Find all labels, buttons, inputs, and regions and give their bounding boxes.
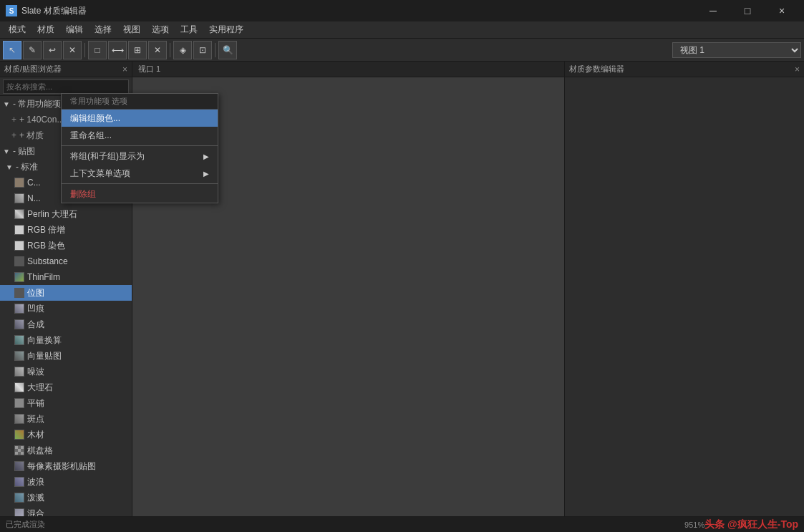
toolbar-frame-btn[interactable]: ⊡ — [193, 41, 212, 59]
status-bar: 已完成渲染 951% 头条 @疯狂人生-Top — [0, 516, 804, 532]
zoom-indicator: 951% — [684, 521, 704, 529]
swatch-rgb-add — [14, 225, 24, 235]
item-wood-label: 木材 — [27, 429, 44, 441]
group-common-label: - 常用功能项 — [13, 98, 61, 110]
ctx-header: 常用功能项 选项 — [62, 94, 218, 110]
menu-options[interactable]: 选项 — [146, 21, 175, 39]
toolbar-search-btn[interactable]: 🔍 — [218, 41, 237, 59]
item-bump[interactable]: 凹痕 — [0, 301, 132, 316]
item-rgb-tint[interactable]: RGB 染色 — [0, 238, 132, 253]
swatch-bitmap — [14, 288, 24, 298]
ctx-item-edit-color[interactable]: 编辑组颜色... — [62, 110, 218, 127]
item-thinfilm[interactable]: ThinFilm — [0, 269, 132, 285]
item-vector-conv-label: 向量换算 — [27, 334, 62, 347]
toolbar-node-btn[interactable]: ◈ — [173, 41, 192, 59]
subgroup-standard: ▼ - 标准 C... N... — [0, 159, 132, 516]
icon-substance — [14, 256, 24, 266]
title-text: Slate 材质编辑器 — [21, 5, 697, 17]
left-panel-title: 材质/贴图浏览器 — [4, 64, 62, 74]
search-input[interactable] — [3, 79, 129, 94]
item-substance-label: Substance — [27, 256, 68, 266]
item-bitmap[interactable]: 位图 — [0, 285, 132, 301]
item-splash[interactable]: 泼溅 — [0, 490, 132, 506]
action-material-label: + 材质 — [19, 130, 44, 142]
item-noise-label: 噪波 — [27, 366, 44, 378]
left-panel-close[interactable]: × — [122, 64, 127, 74]
app-icon: S — [6, 5, 17, 16]
close-button[interactable]: × — [765, 0, 798, 21]
menu-view[interactable]: 视图 — [117, 21, 146, 39]
toolbar-sep2 — [170, 43, 170, 57]
right-panel-header: 材质参数编辑器 × — [565, 62, 804, 77]
item-rgb-add[interactable]: RGB 倍增 — [0, 222, 132, 238]
item-speckle[interactable]: 斑点 — [0, 411, 132, 427]
item-bitmap-label: 位图 — [27, 287, 44, 299]
item-rgb-tint-label: RGB 染色 — [27, 240, 65, 252]
context-menu: 常用功能项 选项 编辑组颜色... 重命名组... 将组(和子组)显示为 ▶ 上… — [61, 93, 218, 203]
item-flat[interactable]: 平铺 — [0, 395, 132, 411]
item-camera-label: 每像素摄影机贴图 — [27, 460, 96, 473]
toolbar-delete-btn[interactable]: ✕ — [63, 41, 82, 59]
right-panel: 材质参数编辑器 × — [564, 62, 804, 516]
item-splash-label: 泼溅 — [27, 492, 44, 504]
arrow-right-icon1: ▶ — [203, 153, 209, 160]
ctx-sep2 — [62, 183, 218, 184]
icon-wood — [14, 430, 24, 440]
toolbar-grid-btn[interactable]: ⊞ — [128, 41, 147, 59]
action-140con-label: + 140Con... — [19, 115, 64, 125]
item-noise[interactable]: 噪波 — [0, 364, 132, 379]
plus-icon: + — [11, 115, 16, 125]
arrow-icon2: ▼ — [3, 147, 10, 155]
subgroup-standard-label: - 标准 — [16, 161, 38, 173]
item-mix[interactable]: 混合 — [0, 506, 132, 516]
item-composite[interactable]: 合成 — [0, 316, 132, 332]
menu-edit[interactable]: 编辑 — [60, 21, 89, 39]
toolbar-x-btn[interactable]: ✕ — [148, 41, 167, 59]
item-checker[interactable]: 棋盘格 — [0, 442, 132, 458]
center-title: 视口 1 — [138, 64, 160, 74]
icon-vector-map — [14, 351, 24, 361]
ctx-item-rename-label: 重命名组... — [70, 130, 112, 142]
item-wood[interactable]: 木材 — [0, 427, 132, 442]
right-panel-close[interactable]: × — [795, 64, 800, 74]
swatch-n — [14, 193, 24, 203]
minimize-button[interactable]: ─ — [697, 0, 730, 21]
item-perlin[interactable]: Perlin 大理石 — [0, 206, 132, 222]
menu-mode[interactable]: 模式 — [3, 21, 32, 39]
toolbar-edit-btn[interactable]: ✎ — [23, 41, 42, 59]
item-vector-conv[interactable]: 向量换算 — [0, 332, 132, 348]
icon-noise — [14, 367, 24, 377]
ctx-item-rename[interactable]: 重命名组... — [62, 127, 218, 144]
title-bar: S Slate 材质编辑器 ─ □ × — [0, 0, 804, 21]
ctx-item-delete[interactable]: 删除组 — [62, 185, 218, 203]
toolbar-undo-btn[interactable]: ↩ — [43, 41, 62, 59]
menu-select[interactable]: 选择 — [89, 21, 117, 39]
ctx-item-context-options[interactable]: 上下文菜单选项 ▶ — [62, 165, 218, 182]
toolbar-move-btn[interactable]: ⟷ — [108, 41, 127, 59]
icon-speckle — [14, 414, 24, 424]
maximize-button[interactable]: □ — [731, 0, 764, 21]
view-select[interactable]: 视图 1 — [672, 42, 801, 58]
toolbar-sep3 — [215, 43, 215, 57]
item-vector-map-label: 向量贴图 — [27, 350, 62, 362]
right-panel-body — [565, 77, 804, 516]
ctx-item-context-options-label: 上下文菜单选项 — [70, 168, 130, 180]
toolbar-rect-btn[interactable]: □ — [88, 41, 107, 59]
menu-material[interactable]: 材质 — [32, 21, 60, 39]
item-vector-map[interactable]: 向量贴图 — [0, 348, 132, 364]
menu-utilities[interactable]: 实用程序 — [203, 21, 249, 39]
toolbar-select-btn[interactable]: ↖ — [3, 41, 21, 59]
menu-tools[interactable]: 工具 — [175, 21, 203, 39]
item-speckle-label: 斑点 — [27, 413, 44, 425]
item-substance[interactable]: Substance — [0, 253, 132, 269]
item-thinfilm-label: ThinFilm — [27, 272, 60, 282]
item-mix-label: 混合 — [27, 508, 44, 517]
item-wave[interactable]: 波浪 — [0, 474, 132, 490]
item-camera[interactable]: 每像素摄影机贴图 — [0, 458, 132, 474]
swatch-rgb-tint — [14, 241, 24, 251]
item-marble-label: 大理石 — [27, 382, 53, 394]
ctx-item-show-group[interactable]: 将组(和子组)显示为 ▶ — [62, 147, 218, 165]
arrow-icon: ▼ — [3, 100, 10, 108]
icon-vector-conv — [14, 335, 24, 345]
item-marble[interactable]: 大理石 — [0, 379, 132, 395]
